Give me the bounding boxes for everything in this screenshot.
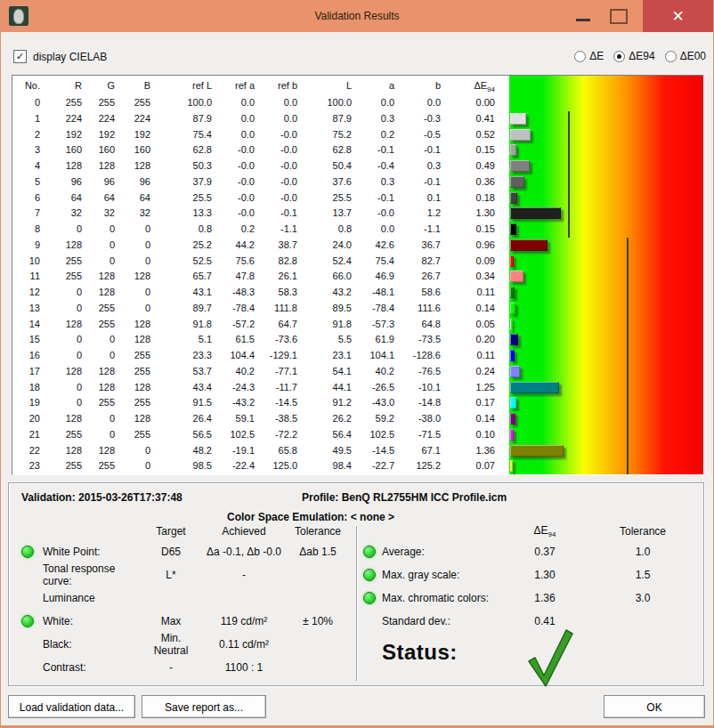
radio-circle-icon[interactable] bbox=[665, 51, 677, 62]
table-cell: 12 bbox=[12, 285, 51, 301]
table-cell: -14.5 bbox=[362, 443, 405, 459]
table-cell: 0.52 bbox=[451, 127, 506, 143]
table-cell: 128 bbox=[51, 364, 93, 380]
table-cell: 0 bbox=[51, 332, 93, 348]
table-cell: 75.4 bbox=[161, 127, 223, 143]
table-cell: -24.3 bbox=[223, 380, 265, 396]
table-cell: 38.7 bbox=[265, 238, 308, 254]
table-cell: 91.8 bbox=[161, 317, 223, 333]
display-cielab-label: display CIELAB bbox=[33, 51, 107, 63]
table-cell: 64 bbox=[126, 190, 161, 206]
summary-row-label: Max. gray scale: bbox=[382, 569, 505, 581]
radio-circle-icon[interactable] bbox=[613, 51, 625, 62]
table-cell: 32 bbox=[51, 206, 93, 222]
table-cell: 0.96 bbox=[451, 238, 506, 254]
table-cell: 0.3 bbox=[362, 174, 405, 190]
table-cell: -48.1 bbox=[362, 285, 405, 301]
table-cell: 0.0 bbox=[265, 111, 308, 127]
table-cell: -1.1 bbox=[265, 222, 308, 238]
table-cell: 125.2 bbox=[405, 458, 451, 474]
load-validation-data-button[interactable]: Load validation data... bbox=[8, 695, 135, 718]
table-cell: -19.1 bbox=[223, 443, 265, 459]
radio-label: ΔE94 bbox=[629, 50, 654, 62]
table-row: 1412825512891.8-57.264.791.8-57.364.80.0… bbox=[12, 317, 509, 333]
table-cell: 82.8 bbox=[265, 254, 308, 270]
table-cell: 0.0 bbox=[265, 95, 308, 111]
tolerance-value: Δab 1.5 bbox=[288, 546, 347, 558]
table-cell: 87.9 bbox=[308, 111, 362, 127]
delta-e-bar bbox=[510, 160, 530, 172]
table-cell: 102.5 bbox=[223, 427, 265, 443]
emulation-label: Color Space Emulation: bbox=[227, 511, 347, 523]
table-cell: 36.7 bbox=[405, 238, 451, 254]
table-row: 120128043.1-48.358.343.2-48.158.60.11 bbox=[12, 285, 509, 301]
radio-label: ΔE00 bbox=[680, 50, 706, 62]
table-cell: 255 bbox=[51, 427, 93, 443]
ok-button[interactable]: OK bbox=[604, 695, 705, 718]
radio-circle-icon[interactable] bbox=[574, 51, 586, 62]
radio-delta-e00[interactable]: ΔE00 bbox=[665, 50, 706, 62]
table-cell: 0 bbox=[93, 427, 126, 443]
table-cell: 255 bbox=[93, 317, 126, 333]
table-cell: 25.2 bbox=[161, 238, 223, 254]
status-passed-checkmark-icon bbox=[522, 626, 577, 692]
table-cell: 128 bbox=[51, 158, 93, 174]
table-cell: 104.4 bbox=[223, 348, 265, 364]
table-cell: 1.30 bbox=[451, 206, 506, 222]
table-cell: 5.1 bbox=[161, 332, 223, 348]
target-value: - bbox=[142, 661, 199, 674]
table-row: 596969637.9-0.0-0.037.60.3-0.10.36 bbox=[12, 174, 509, 190]
table-cell: -22.4 bbox=[223, 458, 265, 474]
table-cell: 62.8 bbox=[161, 142, 223, 158]
table-cell: 43.4 bbox=[161, 380, 223, 396]
column-header: L bbox=[308, 76, 362, 95]
table-cell: 18 bbox=[12, 380, 51, 396]
table-row: 20128012826.459.1-38.526.259.2-38.00.14 bbox=[12, 411, 509, 427]
table-cell: 56.4 bbox=[308, 427, 362, 443]
table-row: 412812812850.3-0.0-0.050.4-0.40.30.49 bbox=[12, 158, 509, 174]
table-cell: 26.7 bbox=[405, 269, 451, 285]
tolerance-header: Tolerance bbox=[288, 525, 347, 538]
table-cell: 0 bbox=[12, 95, 51, 111]
table-cell: 0 bbox=[51, 380, 93, 396]
achieved-value: Δa -0.1, Δb -0.0 bbox=[199, 546, 288, 558]
table-cell: -0.1 bbox=[362, 142, 405, 158]
table-cell: 0.09 bbox=[451, 254, 506, 270]
summary-row: White Point:D65Δa -0.1, Δb -0.0Δab 1.5 bbox=[21, 540, 353, 563]
table-cell: 0 bbox=[93, 332, 126, 348]
table-cell: -0.3 bbox=[405, 111, 451, 127]
tolerance-line bbox=[627, 238, 629, 474]
tolerance-line bbox=[568, 111, 570, 238]
validation-value: 2015-03-26T17:37:48 bbox=[78, 491, 183, 504]
table-cell: 1.25 bbox=[451, 380, 506, 396]
table-cell: 0 bbox=[126, 458, 161, 474]
table-cell: 224 bbox=[51, 111, 93, 127]
table-cell: -43.2 bbox=[223, 395, 265, 411]
table-cell: 40.2 bbox=[223, 364, 265, 380]
table-cell: -0.0 bbox=[265, 190, 308, 206]
table-cell: -72.2 bbox=[265, 427, 308, 443]
table-cell: 104.1 bbox=[362, 348, 405, 364]
display-cielab-checkbox[interactable]: ✓ display CIELAB bbox=[13, 50, 107, 63]
table-cell: 100.0 bbox=[161, 95, 223, 111]
table-cell: 192 bbox=[126, 127, 161, 143]
table-cell: 52.4 bbox=[308, 254, 362, 270]
table-cell: 0.3 bbox=[362, 111, 405, 127]
table-row: 664646425.5-0.0-0.025.5-0.10.10.18 bbox=[12, 190, 509, 206]
table-cell: -0.1 bbox=[362, 190, 405, 206]
table-cell: 25.5 bbox=[161, 190, 223, 206]
minimize-button[interactable] bbox=[568, 0, 598, 32]
maximize-button[interactable] bbox=[604, 0, 634, 32]
table-cell: 0 bbox=[93, 238, 126, 254]
close-button[interactable]: ✕ bbox=[643, 0, 713, 32]
summary-row: Max. chromatic colors:1.363.0 bbox=[357, 586, 702, 610]
summary-row: Black:Min. Neutral0.11 cd/m² bbox=[21, 633, 353, 656]
checkbox-checked-icon[interactable]: ✓ bbox=[13, 50, 27, 63]
table-cell: -0.0 bbox=[265, 158, 308, 174]
radio-delta-e94[interactable]: ΔE94 bbox=[613, 50, 654, 62]
save-report-as-button[interactable]: Save report as... bbox=[142, 695, 266, 718]
table-cell: 0.0 bbox=[405, 95, 451, 111]
table-cell: 111.6 bbox=[405, 301, 451, 317]
radio-delta-e[interactable]: ΔE bbox=[574, 50, 604, 62]
summary-right-panel: ΔE94 Tolerance Average:0.371.0Max. gray … bbox=[357, 522, 702, 692]
